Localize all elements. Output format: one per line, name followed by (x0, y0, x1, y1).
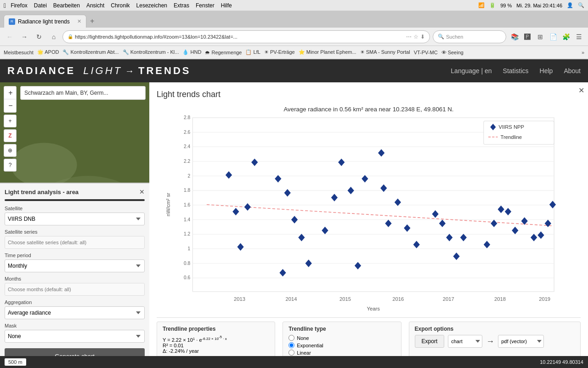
bookmark-sma[interactable]: ☀ SMA - Sunny Portal (360, 49, 410, 55)
menu-extras[interactable]: Extras (174, 2, 189, 9)
chart-close-button[interactable]: ✕ (578, 86, 584, 95)
home-button[interactable]: ⌂ (48, 31, 60, 43)
bookmark-pv[interactable]: ☀ PV-Erträge (264, 49, 295, 55)
svg-text:2.8: 2.8 (184, 115, 191, 120)
export-button[interactable]: Export (415, 335, 445, 348)
help-map-button[interactable]: ? (4, 159, 17, 172)
bookmark-seeing[interactable]: 👁 Seeing (441, 50, 464, 55)
months-input[interactable] (5, 283, 145, 296)
menu-icon[interactable]: ☰ (573, 31, 584, 42)
status-bar: 500 m 10.22149 49.80314 (0, 356, 588, 368)
svg-text:1.8: 1.8 (184, 188, 191, 193)
chart-subtitle: Average radiance in 0.56 km² area near 1… (284, 106, 454, 113)
user-icon: 👤 (567, 2, 573, 8)
nav-about[interactable]: About (564, 67, 581, 75)
trendline-none-radio[interactable] (288, 335, 294, 341)
bookmark-vt[interactable]: VT-PV-MC (414, 50, 438, 55)
chart-title: Light trends chart (157, 90, 581, 99)
download-icon[interactable]: ⬇ (420, 34, 425, 40)
toolbar-icons: 📚 🅿 ⊞ 📄 🧩 ☰ (509, 31, 584, 42)
panel-slider[interactable] (5, 199, 145, 201)
mask-label: Mask (5, 323, 145, 328)
svg-text:nW/cm² sr: nW/cm² sr (165, 193, 171, 216)
bookmarks-overflow[interactable]: » (582, 50, 584, 55)
mask-row: Mask None (5, 323, 145, 343)
bookmark-icon[interactable]: ☆ (413, 34, 418, 40)
url-bar[interactable]: 🔒 https://lighttrends.lightpollutionmap.… (62, 30, 430, 43)
svg-text:2014: 2014 (285, 296, 297, 302)
draw-button[interactable]: Z (4, 129, 17, 142)
satellite-select[interactable]: VIIRS DNB (5, 213, 145, 225)
menu-hilfe[interactable]: Hilfe (221, 2, 232, 9)
zoom-in-button[interactable]: + (4, 86, 17, 99)
menu-chronik[interactable]: Chronik (111, 2, 130, 9)
search-icon[interactable]: 🔍 (578, 2, 584, 8)
nav-help[interactable]: Help (540, 67, 553, 75)
chart-svg: Average radiance in 0.56 km² area near 1… (157, 101, 581, 317)
legend-viirs: VIIRS NPP (499, 124, 525, 130)
forward-button[interactable]: → (18, 31, 30, 43)
trendline-type-title: Trendline type (288, 326, 395, 332)
active-tab[interactable]: R Radiance light trends ✕ (4, 15, 86, 28)
export-type-select[interactable]: pdf (vector) png (raster) (498, 335, 544, 348)
sidebar-icon[interactable]: ⊞ (535, 31, 546, 42)
nav-language[interactable]: Language | en (451, 67, 492, 75)
panel-close-button[interactable]: ✕ (139, 188, 145, 196)
apple-menu[interactable]:  (4, 2, 6, 9)
export-format-select[interactable]: chart data (csv) (448, 335, 482, 348)
zoom-out-button[interactable]: − (4, 99, 17, 112)
svg-text:0.8: 0.8 (184, 261, 191, 266)
mask-select[interactable]: None (5, 330, 145, 343)
logo-separator (77, 65, 81, 77)
logo-light: Light (83, 65, 122, 77)
svg-text:1: 1 (188, 246, 191, 251)
menu-fenster[interactable]: Fenster (196, 2, 215, 9)
panel-header: Light trend analysis - area ✕ (5, 188, 145, 196)
svg-text:2019: 2019 (539, 296, 550, 302)
trendline-delta: Δ: -2.24% / year (163, 348, 269, 354)
bookmark-hnd[interactable]: 💧 HND (182, 49, 201, 55)
svg-text:2016: 2016 (392, 296, 404, 302)
menu-lesezeichen[interactable]: Lesezeichen (136, 2, 167, 9)
months-label: Months (5, 276, 145, 282)
trendline-formula: Y = 2.22 × 101 · e-6.22 × 10-5 · x (163, 335, 269, 343)
bookmark-regen[interactable]: 🌧 Regenmenge (205, 50, 242, 55)
menu-firefox[interactable]: Firefox (11, 2, 28, 9)
search-bar[interactable]: 🔍 Suchen (433, 30, 506, 43)
trendline-exponential-radio[interactable] (288, 342, 294, 348)
bookmark-meistbesucht[interactable]: Meistbesucht (4, 50, 34, 55)
menubar-right: 📶 🔋 99 % Mi. 29. Mai 20:41:46 👤 🔍 (478, 2, 584, 8)
aggregation-select[interactable]: Average radiance (5, 306, 145, 319)
layer-button[interactable]: + (4, 115, 17, 127)
logo-trends: Trends (138, 65, 191, 77)
bookmark-k2[interactable]: 🔧 Kontrollzentrum - Kl... (123, 49, 179, 55)
tab-close-button[interactable]: ✕ (77, 18, 81, 24)
logo-arrow-icon: → (125, 66, 136, 76)
bookmark-minor[interactable]: ⭐ Minor Planet Ephem... (299, 49, 356, 55)
reload-button[interactable]: ↻ (33, 31, 45, 43)
nav-statistics[interactable]: Statistics (503, 67, 529, 75)
bookmark-lfl[interactable]: 📋 LfL (245, 49, 260, 55)
pocket-icon[interactable]: 🅿 (522, 31, 533, 42)
map-sidebar: + − + Z ⊕ ? Schwarzach am Main, BY, Germ… (0, 82, 149, 368)
menu-bearbeiten[interactable]: Bearbeiten (53, 2, 80, 9)
menu-ansicht[interactable]: Ansicht (86, 2, 104, 9)
reader-view-icon[interactable]: ⋯ (406, 34, 412, 40)
aggregation-label: Aggregation (5, 299, 145, 305)
bookmark-apod[interactable]: 🌟 APOD (37, 49, 59, 55)
extensions-icon[interactable]: 🧩 (560, 31, 571, 42)
svg-text:2013: 2013 (234, 296, 245, 302)
map-controls: + − + Z ⊕ ? (4, 86, 17, 172)
library-icon[interactable]: 📚 (509, 31, 520, 42)
select-button[interactable]: ⊕ (4, 144, 17, 157)
lock-icon: 🔒 (68, 34, 73, 39)
bookmarks-bar: Meistbesucht 🌟 APOD 🔧 Kontrollzentrum Ab… (0, 46, 588, 59)
new-tab-button[interactable]: + (86, 15, 98, 28)
back-button[interactable]: ← (4, 31, 16, 43)
time-period-select[interactable]: Monthly (5, 259, 145, 272)
satellite-series-input[interactable] (5, 236, 145, 249)
menu-datei[interactable]: Datei (34, 2, 47, 9)
bookmark-k1[interactable]: 🔧 Kontrollzentrum Abt... (62, 49, 119, 55)
trendline-linear-radio[interactable] (288, 350, 294, 356)
pdf-icon[interactable]: 📄 (548, 31, 559, 42)
